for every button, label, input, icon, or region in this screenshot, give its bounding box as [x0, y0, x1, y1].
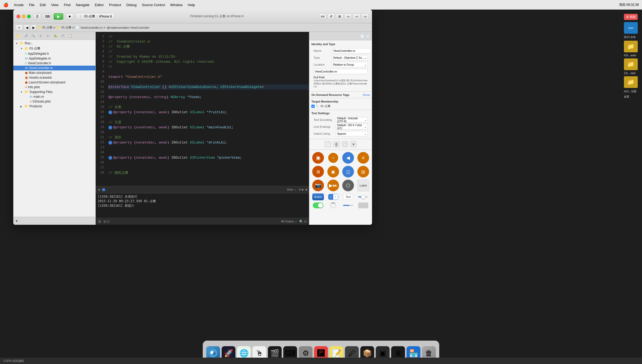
nav-icon-search[interactable]: 🔍	[30, 33, 36, 38]
menu-source-control[interactable]: Source Control	[142, 3, 165, 7]
lib-item-media[interactable]: ▶⏭	[327, 180, 340, 191]
menu-help[interactable]: Help	[188, 3, 195, 7]
lib-item-back[interactable]: ◀	[341, 152, 355, 164]
tree-file-infoplist[interactable]: ≡ Info.plist	[13, 85, 95, 90]
view-btn3[interactable]: ▭	[361, 14, 369, 19]
maximize-button[interactable]	[27, 15, 31, 18]
menu-window[interactable]: Window	[170, 3, 183, 7]
console-trash-icon[interactable]: 🗑	[98, 219, 101, 223]
menu-view[interactable]: View	[51, 3, 58, 7]
lib-item-label[interactable]: Label	[357, 180, 370, 191]
lib-item-textfield[interactable]: Text	[341, 194, 355, 200]
tree-file-appdelegate-h[interactable]: h AppDelegate.h	[13, 51, 95, 56]
console-view-btns[interactable]: ⊞ ⊡	[103, 220, 109, 223]
nav-forward[interactable]: ▶	[31, 25, 36, 31]
breadcrumb-part3[interactable]: ViewController.m	[81, 26, 103, 29]
tree-file-foods-plist[interactable]: ≡ 01foods.plist	[13, 99, 95, 104]
nav-icon-test[interactable]: ▷	[45, 33, 51, 38]
folder-orange[interactable]: 📁	[624, 41, 638, 52]
tree-file-launch[interactable]: ◼ LaunchScreen.storyboard	[13, 80, 95, 85]
menu-edit[interactable]: Edit	[40, 3, 46, 7]
lib-item-spinner[interactable]	[327, 202, 340, 208]
add-file-btn[interactable]: +	[15, 219, 18, 223]
tree-group-diancai[interactable]: ▼ 📁 01-点餐	[13, 46, 95, 51]
inspector-file-icon[interactable]: 📄	[360, 34, 364, 38]
close-button[interactable]	[16, 15, 20, 18]
od-tags-show[interactable]: Show	[362, 93, 370, 96]
menu-find[interactable]: Find	[64, 3, 70, 7]
key-binding-btn[interactable]: ⌨	[44, 14, 51, 19]
lib-item-button[interactable]: Button	[311, 193, 325, 200]
lib-item-toggle[interactable]	[311, 202, 325, 208]
lib-item-split[interactable]: ◫	[341, 166, 355, 177]
stop-button[interactable]: ■	[66, 13, 73, 20]
apple-menu[interactable]: 🍎	[3, 2, 9, 7]
folder-orange3[interactable]: 📁	[624, 76, 638, 88]
lib-item-slider[interactable]	[357, 196, 370, 197]
auto-label[interactable]: Auto ⌄	[287, 188, 296, 191]
lib-item-tab[interactable]: ▤	[357, 166, 370, 177]
console-right-btns[interactable]: 🔍 ⚙	[299, 220, 307, 223]
nav-icon-breakpoint[interactable]: ⬡	[60, 33, 66, 38]
inspector-history-icon[interactable]: 🕐	[366, 34, 370, 38]
tree-file-main-m[interactable]: m main.m	[13, 94, 95, 99]
view-btn2[interactable]: ▭	[353, 14, 360, 19]
tree-file-assets[interactable]: ▣ Assets.xcassets	[13, 75, 95, 80]
sidebar-toggle[interactable]: ☰	[33, 14, 41, 19]
add-btn[interactable]: +	[15, 25, 23, 31]
indent-dropdown[interactable]: Spaces ⌄	[336, 131, 368, 136]
code-content[interactable]: // // ViewController.m // 01-点餐 // // Cr…	[106, 32, 309, 186]
lib-item-grid[interactable]: ⊞	[311, 166, 325, 177]
lib-item-segmented[interactable]: 1 2	[327, 194, 340, 200]
tree-file-viewcontroller-m[interactable]: m ViewController.m	[13, 66, 95, 70]
insp-btn3[interactable]: 🕐	[342, 141, 348, 147]
nav-icon-debug[interactable]: 🐛	[53, 33, 58, 38]
menu-navigate[interactable]: Navigate	[76, 3, 89, 7]
nav-back[interactable]: ◀	[24, 25, 30, 31]
editor-collapse-btn[interactable]: ◀	[98, 188, 100, 191]
folder-xlsx[interactable]: xlsx	[624, 22, 638, 34]
tree-file-main-storyboard[interactable]: ◼ Main.storyboard	[13, 70, 95, 75]
lib-item-slider2[interactable]	[341, 205, 355, 206]
split-btn[interactable]: ⊞	[336, 14, 343, 19]
refresh-btn[interactable]: ↺	[327, 14, 335, 19]
name-field[interactable]	[332, 48, 371, 53]
menu-product[interactable]: Product	[109, 3, 121, 7]
insp-btn1[interactable]: 📄	[325, 141, 331, 147]
lib-item-view[interactable]: ▣	[311, 152, 325, 164]
lib-item-table[interactable]: ≡	[357, 152, 370, 164]
menu-xcode[interactable]: Xcode	[14, 3, 24, 7]
lib-item-camera[interactable]: 📷	[311, 180, 325, 191]
target-checkbox[interactable]	[311, 105, 315, 108]
nav-icon-report[interactable]: 📋	[67, 33, 73, 38]
tree-file-appdelegate-m[interactable]: m AppDelegate.m	[13, 56, 95, 61]
location-dropdown[interactable]: Relative to Group ⌄	[332, 62, 368, 67]
tree-group-products[interactable]: ▶ 📁 Products	[13, 104, 95, 109]
type-dropdown[interactable]: Default - Objective-C So... ⌄	[332, 55, 368, 60]
menu-file[interactable]: File	[29, 3, 35, 7]
breadcrumb-part2[interactable]: 01-点餐	[61, 26, 71, 29]
nav-icon-warning[interactable]: ⚠	[38, 33, 44, 38]
lib-item-3d[interactable]: ⬡	[341, 180, 355, 191]
lib-item-gray[interactable]	[357, 202, 370, 208]
tree-file-viewcontroller-h[interactable]: h ViewController.h	[13, 61, 95, 66]
lib-item-container[interactable]: ○	[327, 152, 340, 164]
encoding-dropdown[interactable]: Default - Unicode (UTF-8) ⌄	[336, 117, 368, 122]
view-btn1[interactable]: ▭	[344, 14, 352, 19]
code-editor[interactable]: 12345 678910 1112131415 1617181920 21222…	[96, 32, 309, 186]
all-output-label[interactable]: All Output ⌄	[281, 220, 297, 223]
navigator-btn[interactable]: ≡≡	[319, 14, 326, 19]
breadcrumb-part1[interactable]: 01-点餐	[42, 26, 52, 29]
insp-btn4[interactable]: ≡	[350, 141, 357, 147]
minimize-button[interactable]	[22, 15, 26, 18]
line-endings-dropdown[interactable]: Default - OS X / Unix (LF) ⌄	[336, 124, 368, 129]
run-button[interactable]: ▶	[54, 13, 63, 20]
nav-icon-git[interactable]: ⎇	[23, 33, 29, 38]
folder-orange2[interactable]: 📁	[624, 58, 638, 70]
menu-debug[interactable]: Debug	[126, 3, 137, 7]
filename-field[interactable]	[314, 69, 368, 74]
breadcrumb-part4[interactable]: @implementation ViewController	[107, 26, 149, 29]
tree-group-supporting[interactable]: ▼ 📁 Supporting Files	[13, 90, 95, 94]
tree-root[interactable]: ▼ 📁 Roo...	[13, 41, 95, 46]
lib-item-nav[interactable]: ▣	[327, 166, 340, 177]
